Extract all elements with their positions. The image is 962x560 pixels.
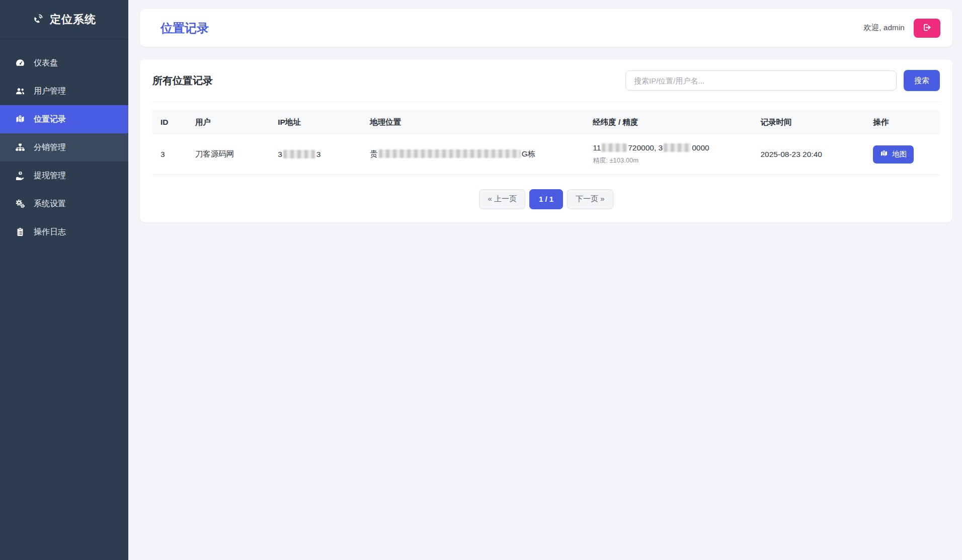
map-button[interactable]: 地图: [873, 145, 914, 164]
col-header-coords: 经纬度 / 精度: [585, 110, 752, 134]
map-icon: [880, 149, 888, 159]
map-marker-icon: [15, 114, 26, 125]
redacted-blur: [664, 143, 691, 152]
app-title: 定位系统: [50, 12, 96, 27]
cell-user: 刀客源码网: [187, 134, 270, 175]
app-window: 定位系统 仪表盘: [0, 0, 962, 560]
app-logo: 定位系统: [0, 0, 128, 39]
hand-holding-money-icon: $: [15, 170, 26, 181]
col-header-user: 用户: [187, 110, 270, 134]
sidebar-item-label: 提现管理: [34, 171, 66, 181]
sidebar-item-locations[interactable]: 位置记录: [0, 105, 128, 133]
search-input[interactable]: [625, 70, 897, 91]
sidebar-item-label: 用户管理: [34, 86, 66, 97]
satellite-dish-icon: [32, 13, 44, 27]
accuracy-text: 精度: ±103.00m: [593, 156, 744, 165]
logout-button[interactable]: [914, 19, 940, 38]
redacted-blur: [379, 149, 521, 158]
svg-text:$: $: [20, 172, 21, 175]
sidebar-item-settings[interactable]: 系统设置: [0, 190, 128, 218]
records-panel: 所有位置记录 搜索 ID 用户 IP地址: [140, 59, 952, 222]
search-button[interactable]: 搜索: [904, 70, 940, 91]
sidebar-item-label: 系统设置: [34, 199, 66, 209]
sidebar-item-users[interactable]: 用户管理: [0, 77, 128, 105]
sidebar-item-label: 操作日志: [34, 227, 66, 237]
users-icon: [15, 86, 26, 97]
prev-page-button[interactable]: « 上一页: [479, 189, 525, 209]
table-row: 3 刀客源码网 33 贵G栋 11720000, 30000 精度: ±103.…: [152, 134, 940, 175]
records-table: ID 用户 IP地址 地理位置 经纬度 / 精度 记录时间 操作 3 刀客源码网: [152, 110, 940, 209]
cell-id: 3: [152, 134, 187, 175]
col-header-actions: 操作: [865, 110, 940, 134]
table-header-row: ID 用户 IP地址 地理位置 经纬度 / 精度 记录时间 操作: [152, 110, 940, 134]
sidebar-item-dashboard[interactable]: 仪表盘: [0, 49, 128, 77]
col-header-time: 记录时间: [753, 110, 865, 134]
gauge-icon: [15, 57, 26, 68]
next-page-button[interactable]: 下一页 »: [567, 189, 613, 209]
cell-location: 贵G栋: [362, 134, 585, 175]
gears-icon: [15, 198, 26, 209]
sidebar-item-withdrawals[interactable]: $ 提现管理: [0, 162, 128, 190]
main-content: 位置记录 欢迎, admin 所有位置记录: [128, 0, 962, 560]
page-title: 位置记录: [161, 20, 209, 36]
search-box: 搜索: [625, 70, 940, 91]
map-button-label: 地图: [892, 149, 907, 159]
col-header-id: ID: [152, 110, 187, 134]
redacted-blur: [283, 150, 315, 158]
sidebar-nav: 仪表盘 用户管理: [0, 39, 128, 246]
cell-coords: 11720000, 30000 精度: ±103.00m: [585, 134, 752, 175]
sign-out-icon: [922, 23, 932, 34]
coordinates-text: 11720000, 30000: [593, 143, 744, 152]
cell-actions: 地图: [865, 134, 940, 175]
col-header-location: 地理位置: [362, 110, 585, 134]
panel-header: 所有位置记录 搜索: [152, 59, 940, 102]
current-page-indicator[interactable]: 1 / 1: [529, 189, 563, 209]
panel-title: 所有位置记录: [152, 74, 213, 88]
welcome-text: 欢迎, admin: [863, 23, 905, 33]
sidebar-item-logs[interactable]: 操作日志: [0, 218, 128, 246]
sitemap-icon: [15, 142, 26, 153]
col-header-ip: IP地址: [270, 110, 362, 134]
cell-ip: 33: [270, 134, 362, 175]
sidebar-item-distribution[interactable]: 分销管理: [0, 133, 128, 162]
sidebar-item-label: 分销管理: [34, 142, 66, 153]
sidebar-item-label: 仪表盘: [34, 58, 58, 68]
pagination: « 上一页 1 / 1 下一页 »: [152, 189, 940, 209]
sidebar-item-label: 位置记录: [34, 114, 66, 125]
sidebar: 定位系统 仪表盘: [0, 0, 128, 560]
clipboard-icon: [15, 226, 26, 237]
cell-time: 2025-08-23 20:40: [753, 134, 865, 175]
redacted-blur: [602, 143, 627, 152]
top-bar: 位置记录 欢迎, admin: [140, 9, 952, 47]
